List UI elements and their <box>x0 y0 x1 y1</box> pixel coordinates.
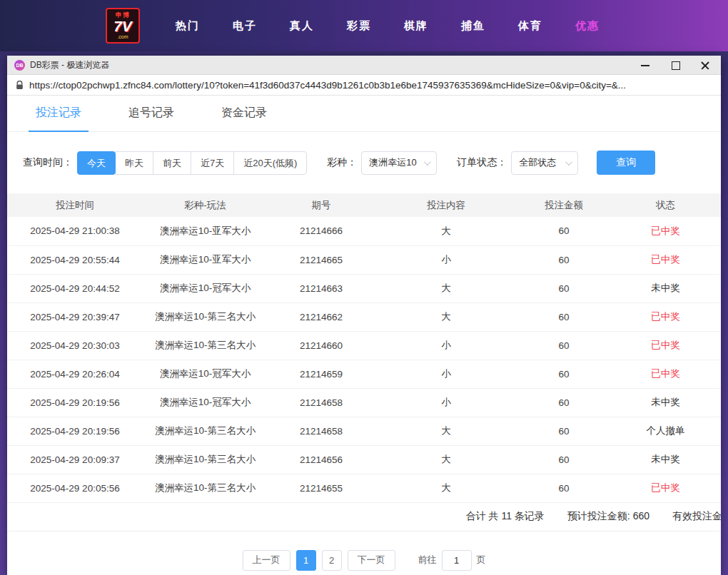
play-type: 澳洲幸运10-亚军大小 <box>143 245 268 274</box>
issue-number: 21214658 <box>268 417 375 445</box>
status-badge: 已中奖 <box>610 302 721 331</box>
filter-bar: 查询时间： 今天 昨天 前天 近7天 近20天(低频) 彩种： 澳洲幸运10 订… <box>23 151 721 175</box>
header-bet-amount: 投注金额 <box>517 193 610 217</box>
lock-icon <box>16 81 24 90</box>
bet-amount: 60 <box>517 474 610 502</box>
chevron-down-icon <box>565 158 572 166</box>
nav-item-sports[interactable]: 体育 <box>512 15 548 37</box>
lottery-select[interactable]: 澳洲幸运10 <box>361 151 437 175</box>
goto-suffix: 页 <box>477 554 486 566</box>
nav-item-slots[interactable]: 电子 <box>227 15 263 37</box>
order-status-select[interactable]: 全部状态 <box>511 151 578 175</box>
issue-number: 21214666 <box>268 217 375 245</box>
issue-number: 21214655 <box>268 474 375 502</box>
issue-number: 21214656 <box>268 445 375 474</box>
search-button[interactable]: 查询 <box>597 151 655 175</box>
table-row: 2025-04-29 20:19:56 澳洲幸运10-第三名大小 2121465… <box>7 417 721 445</box>
header-issue: 期号 <box>268 193 375 217</box>
url-text[interactable]: https://ctop02pchwp1.zfnc84.com/lottery/… <box>29 80 712 91</box>
lottery-select-value: 澳洲幸运10 <box>369 156 416 169</box>
issue-number: 21214659 <box>268 360 375 388</box>
address-bar[interactable]: https://ctop02pchwp1.zfnc84.com/lottery/… <box>7 75 721 96</box>
bet-time: 2025-04-29 21:00:38 <box>7 217 143 245</box>
bet-content: 大 <box>375 274 517 302</box>
nav-item-promo[interactable]: 优惠 <box>570 15 605 37</box>
next-page-button[interactable]: 下一页 <box>348 550 395 571</box>
summary-total: 合计 共 11 条记录 <box>466 510 545 523</box>
order-status-label: 订单状态： <box>457 156 507 169</box>
bet-amount: 60 <box>517 245 610 274</box>
bet-amount: 60 <box>517 331 610 360</box>
time-option-20days[interactable]: 近20天(低频) <box>233 151 307 175</box>
summary-expected-amount: 预计投注金额: 660 <box>567 510 649 523</box>
table-row: 2025-04-29 20:30:03 澳洲幸运10-第三名大小 2121466… <box>7 331 721 360</box>
table-row: 2025-04-29 20:19:56 澳洲幸运10-冠军大小 21214658… <box>7 388 721 417</box>
issue-number: 21214665 <box>268 245 375 274</box>
time-filter-group: 今天 昨天 前天 近7天 近20天(低频) <box>77 151 307 175</box>
bet-time: 2025-04-29 20:19:56 <box>7 417 143 445</box>
bet-content: 小 <box>375 388 517 417</box>
bet-amount: 60 <box>517 417 610 445</box>
issue-number: 21214658 <box>268 388 375 417</box>
nav-item-live[interactable]: 真人 <box>284 15 320 37</box>
header-bet-content: 投注内容 <box>375 193 517 217</box>
table-row: 2025-04-29 20:55:44 澳洲幸运10-亚军大小 21214665… <box>7 245 721 274</box>
bet-content: 小 <box>375 331 517 360</box>
tab-fund-records[interactable]: 资金记录 <box>214 106 274 131</box>
time-option-7days[interactable]: 近7天 <box>191 151 234 175</box>
header-play-type: 彩种-玩法 <box>143 193 268 217</box>
tab-bet-records[interactable]: 投注记录 <box>29 106 89 132</box>
bet-content: 大 <box>375 474 517 502</box>
bet-content: 小 <box>375 360 517 388</box>
window-titlebar: DB DB彩票 - 极速浏览器 <box>7 56 721 75</box>
bet-amount: 60 <box>517 274 610 302</box>
bet-time: 2025-04-29 20:05:56 <box>7 474 143 502</box>
time-filter-label: 查询时间： <box>23 156 73 169</box>
issue-number: 21214660 <box>268 331 375 360</box>
status-badge: 未中奖 <box>610 388 721 417</box>
nav-item-cards[interactable]: 棋牌 <box>398 15 434 37</box>
summary-valid-amount: 有效投注金额 <box>672 510 721 523</box>
time-option-daybefore[interactable]: 前天 <box>153 151 191 175</box>
close-icon[interactable] <box>699 59 711 71</box>
bet-amount: 60 <box>517 445 610 474</box>
table-row: 2025-04-29 21:00:38 澳洲幸运10-亚军大小 21214666… <box>7 217 721 245</box>
chevron-down-icon <box>424 158 431 166</box>
time-option-yesterday[interactable]: 昨天 <box>115 151 153 175</box>
bet-content: 大 <box>375 445 517 474</box>
time-option-today[interactable]: 今天 <box>77 151 116 175</box>
lottery-record-page: 投注记录 追号记录 资金记录 查询时间： 今天 昨天 前天 近7天 近20天(低… <box>7 96 721 575</box>
bet-amount: 60 <box>517 302 610 331</box>
status-badge: 已中奖 <box>610 245 721 274</box>
site-navbar: 申博 7V .com 热门 电子 真人 彩票 棋牌 捕鱼 体育 优惠 <box>0 0 728 51</box>
bet-amount: 60 <box>517 217 610 245</box>
status-badge: 个人撤单 <box>610 417 721 445</box>
page-button-2[interactable]: 2 <box>322 550 342 571</box>
status-badge: 未中奖 <box>610 274 721 302</box>
table-row: 2025-04-29 20:44:52 澳洲幸运10-冠军大小 21214663… <box>7 274 721 302</box>
bet-time: 2025-04-29 20:55:44 <box>7 245 143 274</box>
bet-time: 2025-04-29 20:09:37 <box>7 445 143 474</box>
issue-number: 21214662 <box>268 302 375 331</box>
lottery-filter-label: 彩种： <box>327 156 357 169</box>
window-title: DB彩票 - 极速浏览器 <box>30 59 109 71</box>
site-logo[interactable]: 申博 7V .com <box>106 8 140 44</box>
nav-item-lottery[interactable]: 彩票 <box>341 15 377 37</box>
bet-records-table: 投注时间 彩种-玩法 期号 投注内容 投注金额 状态 2025-04-29 21… <box>7 193 721 503</box>
table-row: 2025-04-29 20:26:04 澳洲幸运10-冠军大小 21214659… <box>7 360 721 388</box>
page-button-1[interactable]: 1 <box>296 550 316 571</box>
status-badge: 未中奖 <box>610 445 721 474</box>
nav-item-fishing[interactable]: 捕鱼 <box>455 15 491 37</box>
bet-content: 大 <box>375 302 517 331</box>
prev-page-button[interactable]: 上一页 <box>243 550 290 571</box>
record-tabs: 投注记录 追号记录 资金记录 <box>7 96 721 132</box>
play-type: 澳洲幸运10-第三名大小 <box>143 302 268 331</box>
minimize-icon[interactable] <box>639 59 651 71</box>
header-status: 状态 <box>610 193 721 217</box>
goto-label: 前往 <box>418 554 437 566</box>
nav-item-hot[interactable]: 热门 <box>170 15 206 37</box>
tab-chase-records[interactable]: 追号记录 <box>121 106 181 131</box>
bet-content: 小 <box>375 245 517 274</box>
maximize-icon[interactable] <box>669 59 681 71</box>
goto-page-input[interactable] <box>442 550 472 571</box>
